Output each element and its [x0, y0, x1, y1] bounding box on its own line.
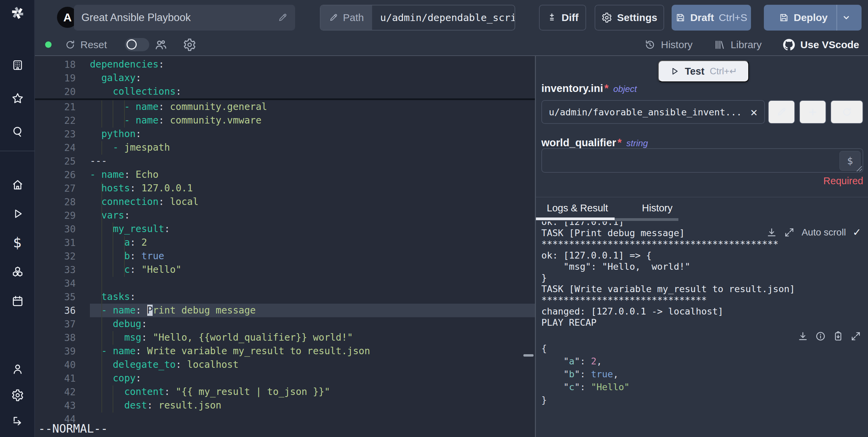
- textarea-resize-handle[interactable]: [856, 166, 862, 171]
- code-line[interactable]: 40 delegate_to: localhost: [35, 358, 535, 372]
- script-title-input[interactable]: Great Ansible Playbook: [74, 5, 295, 31]
- test-button[interactable]: Test Ctrl+↵: [658, 60, 749, 82]
- world-qualifier-textarea[interactable]: $: [541, 148, 863, 173]
- log-line: ****************************************…: [541, 239, 867, 250]
- use-vscode-button[interactable]: Use VScode: [783, 39, 859, 51]
- runs-play-icon[interactable]: [0, 207, 35, 221]
- code-line[interactable]: 42 content: "{{ my_result | to_json }}": [35, 385, 535, 399]
- favorites-star-icon[interactable]: [0, 92, 35, 105]
- line-number: 30: [35, 224, 76, 235]
- download-result-icon[interactable]: [797, 331, 808, 342]
- library-button[interactable]: Library: [714, 39, 762, 51]
- log-line: changed: [127.0.0.1 -> localhost]: [541, 306, 867, 317]
- info-icon[interactable]: [815, 331, 826, 342]
- editor-scrollbar-marker[interactable]: [523, 354, 534, 357]
- status-dot: [45, 41, 52, 48]
- code-line[interactable]: 26- name: Echo: [35, 168, 535, 182]
- expand-log-icon[interactable]: [784, 227, 795, 238]
- workspace-icon[interactable]: [0, 58, 35, 72]
- refresh-icon: [65, 39, 76, 50]
- tab-logs-result[interactable]: Logs & Result: [547, 203, 608, 214]
- deploy-dropdown-chevron-icon[interactable]: [836, 5, 855, 31]
- path-control[interactable]: Path u/admin/dependable_script: [320, 5, 515, 31]
- world-qualifier-field-label: world_qualifier* string: [541, 137, 648, 149]
- collaborators-users-icon[interactable]: [154, 38, 167, 52]
- variables-dollar-icon[interactable]: $: [0, 236, 35, 249]
- schedules-calendar-icon[interactable]: [0, 294, 35, 308]
- code-line[interactable]: 33 c: "Hello": [35, 263, 535, 277]
- indent-guide: [113, 385, 113, 413]
- code-line[interactable]: 22 - name: community.vmware: [35, 114, 535, 127]
- code-editor[interactable]: 18dependencies:19 galaxy:20 collections:…: [35, 56, 535, 437]
- code-line[interactable]: 36 - name: Print debug message: [35, 304, 535, 317]
- user-icon[interactable]: [0, 362, 35, 376]
- tab-history[interactable]: History: [642, 203, 673, 214]
- path-label-segment: Path: [321, 5, 372, 30]
- inventory-resource-input[interactable]: u/admin/favorable_ansible_invent... ✕: [541, 100, 765, 124]
- indent-guide: [101, 182, 102, 413]
- diff-toggle[interactable]: [125, 38, 149, 51]
- line-number: 38: [35, 332, 76, 343]
- line-number: 34: [35, 278, 76, 289]
- line-number: 29: [35, 210, 76, 221]
- result-line: "c": "Hello": [541, 381, 630, 394]
- copy-clipboard-icon[interactable]: [833, 331, 844, 342]
- log-line: "msg": "Hello, world!": [541, 261, 867, 272]
- code-line[interactable]: 31 a: 2: [35, 236, 535, 249]
- code-line[interactable]: 37 debug:: [35, 317, 535, 331]
- search-icon[interactable]: [0, 125, 35, 138]
- code-line[interactable]: 18dependencies:: [35, 58, 535, 71]
- line-number: 25: [35, 156, 76, 167]
- windmill-logo[interactable]: [0, 6, 35, 20]
- edit-title-pencil-icon[interactable]: [277, 13, 288, 23]
- save-floppy-icon: [779, 13, 789, 23]
- resources-cubes-icon[interactable]: [0, 265, 35, 279]
- result-json[interactable]: { "a": 2, "b": true, "c": "Hello"}: [541, 342, 630, 406]
- result-tabs: Logs & Result History: [547, 203, 673, 214]
- code-line[interactable]: 38 msg: "Hello, {{world_qualifier}} worl…: [35, 331, 535, 344]
- diff-button[interactable]: Diff: [539, 5, 586, 31]
- code-line[interactable]: 32 b: true: [35, 249, 535, 263]
- code-line[interactable]: 44: [35, 412, 535, 426]
- reset-button[interactable]: Reset: [65, 37, 107, 53]
- code-line[interactable]: 30 my_result:: [35, 222, 535, 236]
- edit-resource-pencil-button[interactable]: [768, 100, 795, 124]
- code-line[interactable]: 34: [35, 277, 535, 290]
- result-line: {: [541, 342, 630, 355]
- code-line[interactable]: 28 connection: local: [35, 195, 535, 209]
- active-tab-underline: [536, 217, 615, 220]
- logout-icon[interactable]: [0, 415, 35, 428]
- path-value: u/admin/dependable_script: [372, 5, 515, 30]
- editor-settings-gear-icon[interactable]: [183, 38, 196, 52]
- sticky-scroll-lines: 18dependencies:19 galaxy:20 collections:: [35, 56, 535, 100]
- code-line[interactable]: 39 - name: Write variable my_result to r…: [35, 344, 535, 358]
- code-line[interactable]: 20 collections:: [35, 85, 535, 98]
- code-line[interactable]: 21 - name: community.general: [35, 100, 535, 114]
- code-line[interactable]: 25---: [35, 154, 535, 168]
- refresh-resource-button[interactable]: [830, 100, 863, 124]
- settings-button[interactable]: Settings: [595, 5, 664, 31]
- code-line[interactable]: 43 dest: result.json: [35, 399, 535, 412]
- expand-result-icon[interactable]: [850, 331, 861, 342]
- draft-button[interactable]: Draft Ctrl+S: [672, 5, 751, 31]
- log-scrollbar-thumb[interactable]: [615, 218, 678, 221]
- auto-scroll-checkmark[interactable]: ✓: [853, 226, 861, 238]
- code-line[interactable]: 23 python:: [35, 127, 535, 141]
- add-resource-plus-button[interactable]: +: [799, 100, 826, 124]
- clear-x-icon[interactable]: ✕: [751, 105, 757, 119]
- deploy-button[interactable]: Deploy: [764, 5, 862, 31]
- code-line[interactable]: 41 copy:: [35, 372, 535, 385]
- required-error-text: Required: [823, 175, 863, 187]
- history-button[interactable]: History: [644, 39, 693, 51]
- home-icon[interactable]: [0, 178, 35, 192]
- code-line[interactable]: 24 - jmespath: [35, 141, 535, 154]
- settings-gear-icon[interactable]: [0, 388, 35, 402]
- draft-shortcut: Ctrl+S: [719, 12, 747, 23]
- code-line[interactable]: 27 hosts: 127.0.0.1: [35, 182, 535, 195]
- code-line[interactable]: 35 tasks:: [35, 290, 535, 304]
- download-log-icon[interactable]: [766, 227, 777, 238]
- line-number: 24: [35, 142, 76, 153]
- line-number: 37: [35, 319, 76, 330]
- code-line[interactable]: 19 galaxy:: [35, 71, 535, 85]
- code-line[interactable]: 29 vars:: [35, 209, 535, 222]
